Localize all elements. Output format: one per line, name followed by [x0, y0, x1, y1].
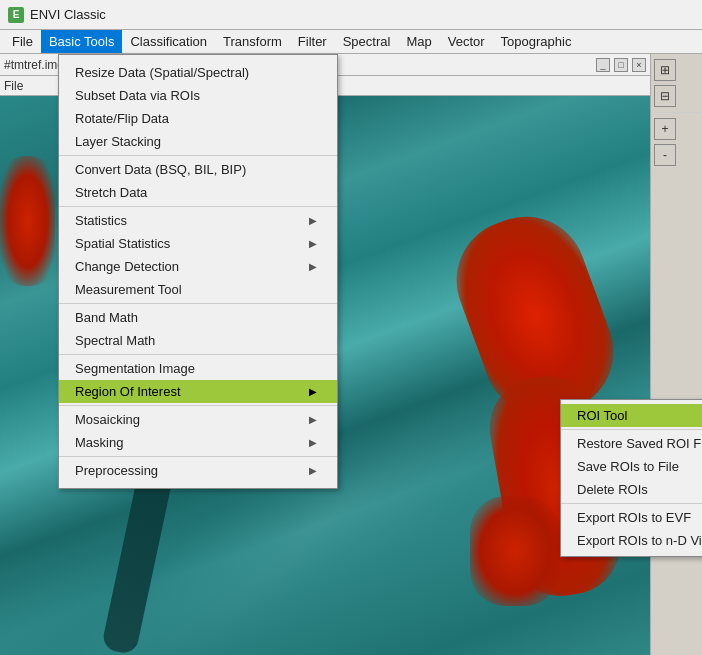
red-patch-4 — [470, 496, 560, 606]
toolbar-btn-3[interactable]: + — [654, 118, 676, 140]
title-bar: E ENVI Classic — [0, 0, 702, 30]
menu-filter[interactable]: Filter — [290, 30, 335, 53]
image-file-menu[interactable]: File — [4, 79, 23, 93]
menu-band-math[interactable]: Band Math — [59, 306, 337, 329]
basic-tools-menu: Resize Data (Spatial/Spectral) Subset Da… — [58, 54, 338, 489]
masking-arrow: ▶ — [309, 437, 317, 448]
menu-convert-data[interactable]: Convert Data (BSQ, BIL, BIP) — [59, 158, 337, 181]
minimize-button[interactable]: _ — [596, 58, 610, 72]
menu-spectral[interactable]: Spectral — [335, 30, 399, 53]
roi-restore-item[interactable]: Restore Saved ROI File — [561, 432, 702, 455]
menu-section-2: Convert Data (BSQ, BIL, BIP) Stretch Dat… — [59, 156, 337, 207]
roi-export-evf-item[interactable]: Export ROIs to EVF — [561, 506, 702, 529]
preprocessing-arrow: ▶ — [309, 465, 317, 476]
menu-layer-stacking[interactable]: Layer Stacking — [59, 130, 337, 153]
menu-topographic[interactable]: Topographic — [493, 30, 580, 53]
menu-section-7: Preprocessing ▶ — [59, 457, 337, 484]
menu-segmentation-image[interactable]: Segmentation Image — [59, 357, 337, 380]
menu-transform[interactable]: Transform — [215, 30, 290, 53]
roi-arrow: ▶ — [309, 386, 317, 397]
menu-section-5: Segmentation Image Region Of Interest ▶ — [59, 355, 337, 406]
mosaicking-arrow: ▶ — [309, 414, 317, 425]
menu-classification[interactable]: Classification — [122, 30, 215, 53]
spatial-stats-arrow: ▶ — [309, 238, 317, 249]
menu-subset-data[interactable]: Subset Data via ROIs — [59, 84, 337, 107]
menu-mosaicking[interactable]: Mosaicking ▶ — [59, 408, 337, 431]
menu-section-3: Statistics ▶ Spatial Statistics ▶ Change… — [59, 207, 337, 304]
menu-section-6: Mosaicking ▶ Masking ▶ — [59, 406, 337, 457]
close-button[interactable]: × — [632, 58, 646, 72]
menu-bar: File Basic Tools Classification Transfor… — [0, 30, 702, 54]
menu-vector[interactable]: Vector — [440, 30, 493, 53]
separator-1 — [653, 112, 700, 113]
menu-measurement-tool[interactable]: Measurement Tool — [59, 278, 337, 301]
maximize-button[interactable]: □ — [614, 58, 628, 72]
roi-separator — [561, 429, 702, 430]
menu-section-1: Resize Data (Spatial/Spectral) Subset Da… — [59, 59, 337, 156]
app-icon: E — [8, 7, 24, 23]
window-controls: _ □ × — [596, 58, 646, 72]
menu-statistics[interactable]: Statistics ▶ — [59, 209, 337, 232]
statistics-arrow: ▶ — [309, 215, 317, 226]
image-file-title: #tmtref.img — [4, 58, 64, 72]
app-title: ENVI Classic — [30, 7, 106, 22]
roi-separator-2 — [561, 503, 702, 504]
roi-delete-item[interactable]: Delete ROIs — [561, 478, 702, 501]
roi-submenu: ROI Tool Restore Saved ROI File Save ROI… — [560, 399, 702, 557]
toolbar-btn-1[interactable]: ⊞ — [654, 59, 676, 81]
roi-save-item[interactable]: Save ROIs to File — [561, 455, 702, 478]
roi-tool-item[interactable]: ROI Tool — [561, 404, 702, 427]
menu-resize-data[interactable]: Resize Data (Spatial/Spectral) — [59, 61, 337, 84]
menu-spectral-math[interactable]: Spectral Math — [59, 329, 337, 352]
toolbar-btn-2[interactable]: ⊟ — [654, 85, 676, 107]
menu-masking[interactable]: Masking ▶ — [59, 431, 337, 454]
roi-export-nd-item[interactable]: Export ROIs to n-D Visualizer — [561, 529, 702, 552]
menu-map[interactable]: Map — [398, 30, 439, 53]
menu-file[interactable]: File — [4, 30, 41, 53]
menu-rotate-flip[interactable]: Rotate/Flip Data — [59, 107, 337, 130]
red-patch-1 — [0, 156, 55, 286]
menu-section-4: Band Math Spectral Math — [59, 304, 337, 355]
menu-stretch-data[interactable]: Stretch Data — [59, 181, 337, 204]
menu-preprocessing[interactable]: Preprocessing ▶ — [59, 459, 337, 482]
right-panel: ⊞ ⊟ + - Gr... R — [650, 54, 702, 655]
menu-spatial-statistics[interactable]: Spatial Statistics ▶ — [59, 232, 337, 255]
menu-basic-tools[interactable]: Basic Tools — [41, 30, 123, 53]
menu-change-detection[interactable]: Change Detection ▶ — [59, 255, 337, 278]
menu-region-of-interest[interactable]: Region Of Interest ▶ — [59, 380, 337, 403]
change-detection-arrow: ▶ — [309, 261, 317, 272]
toolbar-btn-4[interactable]: - — [654, 144, 676, 166]
